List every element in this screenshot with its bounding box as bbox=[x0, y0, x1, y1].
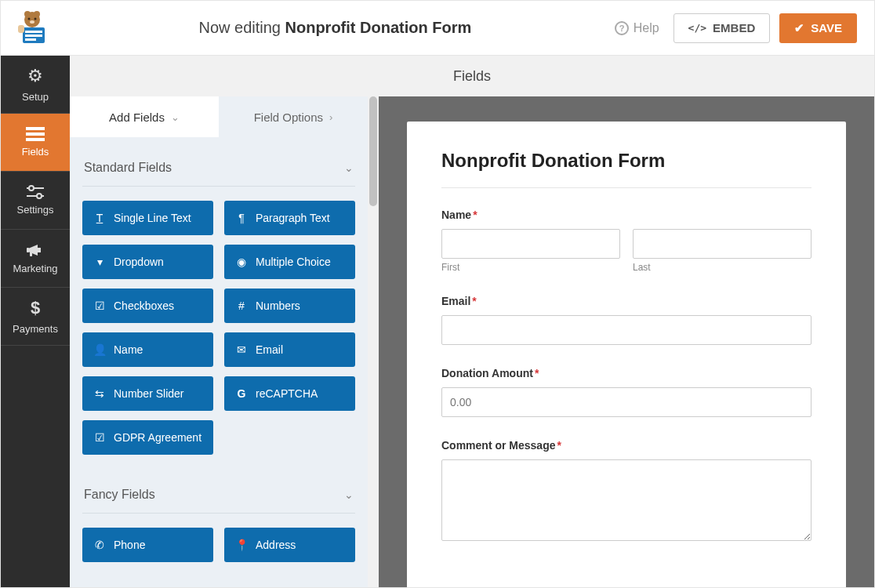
phone-icon: ✆ bbox=[93, 539, 106, 551]
sidebar-item-setup[interactable]: ⚙ Setup bbox=[1, 56, 70, 114]
svg-point-18 bbox=[29, 186, 34, 191]
email-input[interactable] bbox=[441, 315, 811, 345]
first-name-input[interactable] bbox=[441, 229, 620, 259]
sublabel-first: First bbox=[441, 262, 620, 273]
field-label: Number Slider bbox=[114, 387, 183, 400]
required-asterisk: * bbox=[473, 209, 477, 221]
field-multiple-choice[interactable]: ◉Multiple Choice bbox=[224, 245, 355, 279]
bullhorn-icon bbox=[27, 242, 44, 258]
panel-body: Add Fields ⌄ Field Options › Standard Fi… bbox=[70, 96, 874, 587]
tab-field-options[interactable]: Field Options › bbox=[219, 96, 368, 137]
field-number-slider[interactable]: ⇆Number Slider bbox=[82, 376, 213, 411]
comment-textarea[interactable] bbox=[441, 459, 811, 541]
sidebar-item-settings[interactable]: Settings bbox=[1, 172, 70, 230]
topbar: Now editing Nonprofit Donation Form ? He… bbox=[1, 1, 874, 56]
sidebar-item-marketing[interactable]: Marketing bbox=[1, 230, 70, 288]
chevron-down-icon: ⌄ bbox=[344, 162, 354, 174]
field-paragraph-text[interactable]: ¶Paragraph Text bbox=[224, 201, 355, 235]
field-address[interactable]: 📍Address bbox=[224, 528, 355, 562]
form-field-name[interactable]: Name* First Last bbox=[441, 209, 811, 273]
svg-text:?: ? bbox=[619, 24, 624, 33]
fancy-fields-grid: ✆Phone 📍Address bbox=[82, 528, 355, 562]
form-name: Nonprofit Donation Form bbox=[285, 19, 472, 36]
dollar-icon: $ bbox=[31, 298, 40, 318]
section-title: Fancy Fields bbox=[84, 488, 155, 502]
last-name-input[interactable] bbox=[633, 229, 811, 259]
svg-rect-20 bbox=[38, 248, 41, 252]
field-single-line-text[interactable]: TSingle Line Text bbox=[82, 201, 213, 235]
sublabel-last: Last bbox=[633, 262, 811, 273]
form-field-email[interactable]: Email* bbox=[441, 295, 811, 345]
required-asterisk: * bbox=[557, 439, 561, 452]
field-label: GDPR Agreement bbox=[114, 431, 202, 444]
panel-area: Fields Add Fields ⌄ Field Options › bbox=[70, 56, 874, 587]
field-name[interactable]: 👤Name bbox=[82, 332, 213, 367]
svg-rect-21 bbox=[27, 248, 29, 252]
help-link[interactable]: ? Help bbox=[615, 21, 659, 35]
field-phone[interactable]: ✆Phone bbox=[82, 528, 213, 562]
preview-column: Nonprofit Donation Form Name* First Last bbox=[379, 96, 874, 587]
save-label: SAVE bbox=[811, 21, 842, 34]
svg-point-3 bbox=[28, 17, 31, 20]
sidebar-item-label: Payments bbox=[13, 323, 58, 335]
sidebar: ⚙ Setup Fields Settings Marketing $ Paym… bbox=[1, 56, 70, 587]
sidebar-item-fields[interactable]: Fields bbox=[1, 114, 70, 172]
section-title: Standard Fields bbox=[84, 161, 172, 175]
field-dropdown[interactable]: ▾Dropdown bbox=[82, 245, 213, 279]
field-label: Paragraph Text bbox=[256, 212, 330, 224]
section-header-standard[interactable]: Standard Fields ⌄ bbox=[82, 151, 355, 187]
field-label: Checkboxes bbox=[114, 299, 174, 312]
field-checkboxes[interactable]: ☑Checkboxes bbox=[82, 289, 213, 323]
tab-label: Add Fields bbox=[109, 111, 165, 124]
dropdown-icon: ▾ bbox=[93, 256, 106, 268]
svg-point-2 bbox=[34, 11, 40, 17]
check-icon: ✔ bbox=[794, 21, 804, 35]
google-icon: G bbox=[235, 387, 248, 400]
donation-input[interactable] bbox=[441, 387, 811, 417]
label-name: Name* bbox=[441, 209, 811, 221]
panel-header: Fields bbox=[70, 56, 874, 96]
form-preview: Nonprofit Donation Form Name* First Last bbox=[407, 122, 846, 587]
standard-fields-grid: TSingle Line Text ¶Paragraph Text ▾Dropd… bbox=[82, 201, 355, 455]
tab-label: Field Options bbox=[254, 111, 323, 124]
field-label: Phone bbox=[114, 539, 145, 551]
field-label: Address bbox=[256, 539, 296, 551]
form-title: Nonprofit Donation Form bbox=[441, 150, 811, 188]
svg-rect-9 bbox=[25, 38, 36, 41]
field-label: Multiple Choice bbox=[256, 256, 331, 268]
section-header-fancy[interactable]: Fancy Fields ⌄ bbox=[82, 478, 355, 514]
sidebar-item-label: Settings bbox=[17, 204, 54, 216]
svg-point-4 bbox=[34, 17, 37, 20]
editing-title: Now editing Nonprofit Donation Form bbox=[56, 19, 615, 37]
sidebar-item-payments[interactable]: $ Payments bbox=[1, 288, 70, 346]
field-label: reCAPTCHA bbox=[256, 387, 318, 400]
left-panel: Add Fields ⌄ Field Options › Standard Fi… bbox=[70, 96, 379, 587]
field-gdpr[interactable]: ☑GDPR Agreement bbox=[82, 420, 213, 455]
field-recaptcha[interactable]: GreCAPTCHA bbox=[224, 376, 355, 411]
form-field-comment[interactable]: Comment or Message* bbox=[441, 439, 811, 543]
tab-add-fields[interactable]: Add Fields ⌄ bbox=[70, 96, 219, 137]
field-label: Name bbox=[114, 343, 143, 356]
embed-icon: </> bbox=[688, 22, 706, 34]
user-icon: 👤 bbox=[93, 343, 106, 356]
field-numbers[interactable]: #Numbers bbox=[224, 289, 355, 323]
main: ⚙ Setup Fields Settings Marketing $ Paym… bbox=[1, 56, 874, 587]
form-field-donation[interactable]: Donation Amount* bbox=[441, 367, 811, 417]
list-icon bbox=[26, 127, 45, 141]
field-email[interactable]: ✉Email bbox=[224, 332, 355, 367]
sliders-icon bbox=[27, 185, 44, 199]
gear-icon: ⚙ bbox=[27, 66, 43, 86]
field-label: Dropdown bbox=[114, 256, 164, 268]
required-asterisk: * bbox=[472, 295, 476, 307]
embed-button[interactable]: </> EMBED bbox=[673, 13, 771, 43]
field-label: Email bbox=[256, 343, 283, 356]
embed-label: EMBED bbox=[713, 21, 755, 34]
scrollbar[interactable] bbox=[368, 96, 379, 587]
scrollbar-thumb[interactable] bbox=[369, 96, 377, 206]
save-button[interactable]: ✔ SAVE bbox=[779, 13, 857, 43]
svg-rect-8 bbox=[25, 34, 42, 37]
svg-rect-10 bbox=[18, 25, 24, 33]
pin-icon: 📍 bbox=[235, 539, 248, 551]
label-comment: Comment or Message* bbox=[441, 439, 811, 452]
panel-content: Standard Fields ⌄ TSingle Line Text ¶Par… bbox=[70, 137, 368, 587]
